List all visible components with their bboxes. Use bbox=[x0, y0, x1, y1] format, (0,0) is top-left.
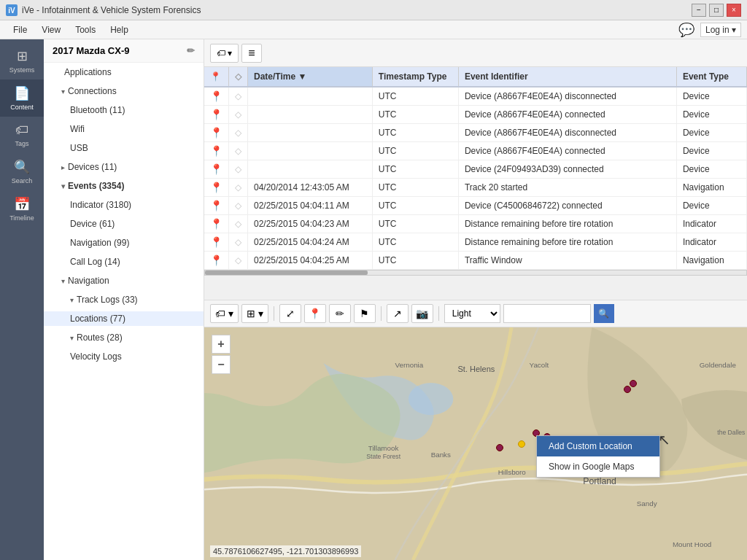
main-content: 🏷 ▾ ≡ 📍 ◇ Date/Time ▼ bbox=[204, 39, 747, 560]
tree-node-routes[interactable]: ▾ Routes (28) bbox=[44, 328, 204, 347]
tag-cell-icon: ◇ bbox=[235, 164, 241, 174]
context-menu-google-maps[interactable]: Show in Google Maps bbox=[537, 456, 659, 477]
separator-3 bbox=[438, 306, 439, 321]
cell-evtype: Navigation bbox=[676, 252, 746, 270]
tree-node-wifi[interactable]: Wifi bbox=[44, 120, 204, 139]
sidebar-item-search[interactable]: 🔍 Search bbox=[0, 153, 44, 190]
sidebar-label-content: Content bbox=[10, 104, 34, 111]
cell-tag: ◇ bbox=[229, 106, 248, 124]
tag-button[interactable]: 🏷 ▾ bbox=[210, 44, 239, 63]
table-row[interactable]: 📍 ◇ 02/25/2015 04:04:11 AM UTC Device (C… bbox=[204, 197, 747, 215]
tree-node-bluetooth[interactable]: Bluetooth (11) bbox=[44, 101, 204, 120]
tree-node-events[interactable]: ▾ Events (3354) bbox=[44, 176, 204, 195]
table-row[interactable]: 📍 ◇ 02/25/2015 04:04:23 AM UTC Distance … bbox=[204, 215, 747, 233]
sidebar-item-tags[interactable]: 🏷 Tags bbox=[0, 117, 44, 153]
col-datetime[interactable]: Date/Time ▼ bbox=[248, 67, 373, 87]
table-row[interactable]: 📍 ◇ UTC Device (A8667F4E0E4A) connected … bbox=[204, 142, 747, 160]
cell-datetime bbox=[248, 142, 373, 160]
cell-event: Device (A8667F4E0E4A) disconnected bbox=[458, 124, 676, 142]
close-button[interactable]: × bbox=[727, 4, 741, 17]
minimize-button[interactable]: − bbox=[692, 4, 706, 17]
table-row[interactable]: 📍 ◇ 02/25/2015 04:04:25 AM UTC Traffic W… bbox=[204, 252, 747, 270]
table-row[interactable]: 📍 ◇ 04/20/2014 12:43:05 AM UTC Track 20 … bbox=[204, 179, 747, 197]
sidebar-item-timeline[interactable]: 📅 Timeline bbox=[0, 190, 44, 228]
map-search-button[interactable]: 🔍 bbox=[594, 304, 614, 323]
tree-node-devices[interactable]: ▸ Devices (11) bbox=[44, 158, 204, 176]
comment-button[interactable]: 💬 bbox=[678, 22, 694, 38]
map-expand-button[interactable]: ⤢ bbox=[279, 304, 301, 323]
menu-help[interactable]: Help bbox=[103, 22, 136, 38]
tree-node-calllog[interactable]: Call Log (14) bbox=[44, 252, 204, 271]
sidebar-item-content[interactable]: 📄 Content bbox=[0, 79, 44, 117]
map-layers-button[interactable]: ⊞ ▾ bbox=[241, 304, 268, 323]
menu-view[interactable]: View bbox=[34, 22, 68, 38]
tree-node-navigation-section[interactable]: ▾ Navigation bbox=[44, 271, 204, 290]
cell-tstype: UTC bbox=[372, 124, 458, 142]
cell-evtype: Device bbox=[676, 87, 746, 106]
sidebar-label-timeline: Timeline bbox=[9, 214, 34, 222]
map-pin-button[interactable]: 📍 bbox=[304, 304, 326, 323]
maximize-button[interactable]: □ bbox=[709, 4, 724, 17]
table-row[interactable]: 📍 ◇ 02/25/2015 04:04:24 AM UTC Distance … bbox=[204, 233, 747, 252]
content-icon: 📄 bbox=[14, 85, 30, 101]
login-button[interactable]: Log in ▾ bbox=[700, 23, 741, 37]
map-area[interactable]: Portland St. Helens Vernonia Yacolt Gold… bbox=[204, 327, 747, 560]
svg-text:Goldendale: Goldendale bbox=[700, 361, 737, 369]
tree-node-velocitylogs[interactable]: Velocity Logs bbox=[44, 347, 204, 366]
pin-icon: 📍 bbox=[210, 127, 222, 139]
table-body: 📍 ◇ UTC Device (A8667F4E0E4A) disconnect… bbox=[204, 87, 747, 270]
cell-datetime: 02/25/2015 04:04:11 AM bbox=[248, 197, 373, 215]
table-row[interactable]: 📍 ◇ UTC Device (A8667F4E0E4A) disconnect… bbox=[204, 87, 747, 106]
col-tstype[interactable]: Timestamp Type bbox=[372, 67, 458, 87]
cell-evtype: Indicator bbox=[676, 233, 746, 252]
tree-node-navigation[interactable]: Navigation (99) bbox=[44, 233, 204, 252]
tag-cell-icon: ◇ bbox=[235, 237, 241, 247]
sidebar-label-search: Search bbox=[12, 177, 33, 184]
cell-tstype: UTC bbox=[372, 179, 458, 197]
map-toolbar: 🏷 ▾ ⊞ ▾ ⤢ 📍 ✏ ⚑ ↗ 📷 Light Dark Satellite… bbox=[204, 300, 747, 327]
filter-button[interactable]: ≡ bbox=[241, 44, 261, 63]
map-draw-button[interactable]: ✏ bbox=[329, 304, 351, 323]
tree-node-indicator[interactable]: Indicator (3180) bbox=[44, 195, 204, 214]
sidebar-item-systems[interactable]: ⊞ Systems bbox=[0, 42, 44, 79]
horizontal-scrollbar[interactable] bbox=[204, 270, 747, 276]
table-row[interactable]: 📍 ◇ UTC Device (A8667F4E0E4A) connected … bbox=[204, 106, 747, 124]
table-row[interactable]: 📍 ◇ UTC Device (A8667F4E0E4A) disconnect… bbox=[204, 124, 747, 142]
map-flag-button[interactable]: ⚑ bbox=[354, 304, 376, 323]
menu-tools[interactable]: Tools bbox=[68, 22, 103, 38]
svg-text:Tillamook: Tillamook bbox=[368, 444, 399, 452]
menu-file[interactable]: File bbox=[6, 22, 34, 38]
cell-tag: ◇ bbox=[229, 160, 248, 179]
tree-node-locations[interactable]: Locations (77) bbox=[44, 309, 204, 328]
map-camera-button[interactable]: 📷 bbox=[411, 304, 433, 323]
tree-node-applications[interactable]: Applications bbox=[44, 63, 204, 82]
pin-icon: 📍 bbox=[210, 254, 222, 266]
tag-cell-icon: ◇ bbox=[235, 255, 241, 265]
zoom-out-button[interactable]: − bbox=[212, 355, 231, 374]
tree-node-tracklogs[interactable]: ▾ Track Logs (33) bbox=[44, 290, 204, 309]
tree-node-device[interactable]: Device (61) bbox=[44, 214, 204, 233]
col-pin[interactable]: 📍 bbox=[204, 67, 229, 87]
map-style-select[interactable]: Light Dark Satellite Terrain bbox=[444, 304, 500, 323]
table-row[interactable]: 📍 ◇ UTC Device (24F09493AD39) connected … bbox=[204, 160, 747, 179]
map-link-button[interactable]: ↗ bbox=[387, 304, 409, 323]
tree-panel: 2017 Mazda CX-9 ✏ Applications ▾ Connect… bbox=[44, 39, 204, 560]
cell-event: Device (A8667F4E0E4A) connected bbox=[458, 142, 676, 160]
tree-node-connections[interactable]: ▾ Connections bbox=[44, 82, 204, 101]
map-search-input[interactable] bbox=[503, 304, 591, 323]
map-tag-button[interactable]: 🏷 ▾ bbox=[210, 304, 239, 323]
col-event[interactable]: Event Identifier bbox=[458, 67, 676, 87]
pin-icon: 📍 bbox=[210, 163, 222, 175]
col-tag[interactable]: ◇ bbox=[229, 67, 248, 87]
col-evtype[interactable]: Event Type bbox=[676, 67, 746, 87]
edit-icon[interactable]: ✏ bbox=[187, 45, 195, 56]
zoom-in-button[interactable]: + bbox=[212, 335, 231, 354]
tag-header-icon: ◇ bbox=[235, 71, 241, 82]
cell-event: Device (C45006846722) connected bbox=[458, 197, 676, 215]
scrollbar-thumb[interactable] bbox=[205, 271, 368, 275]
tree-node-usb[interactable]: USB bbox=[44, 139, 204, 158]
cell-pin: 📍 bbox=[204, 252, 229, 270]
context-menu-add-location[interactable]: Add Custom Location bbox=[537, 436, 659, 456]
events-table: 📍 ◇ Date/Time ▼ Timestamp Type Event Id bbox=[204, 67, 747, 270]
cell-evtype: Device bbox=[676, 106, 746, 124]
